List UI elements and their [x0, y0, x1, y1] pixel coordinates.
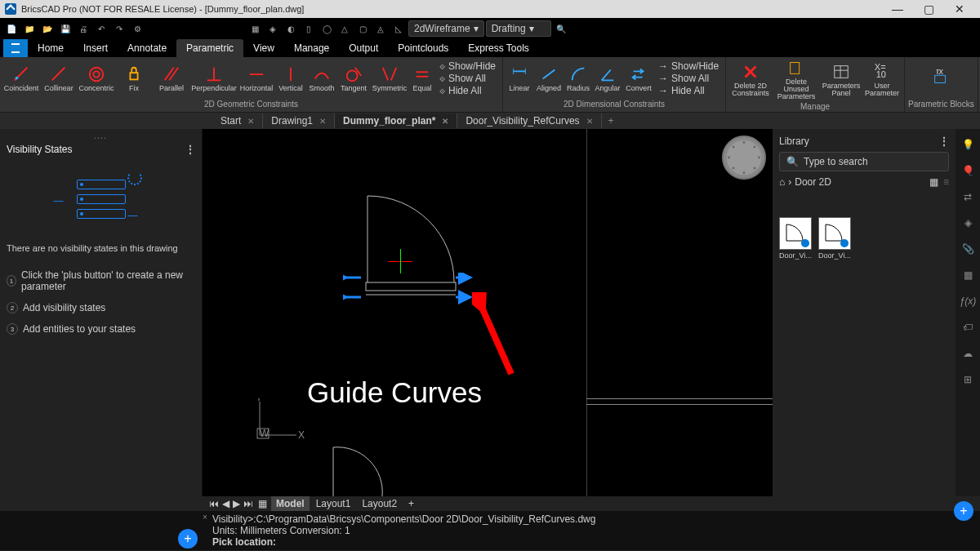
file-tab-drawing1[interactable]: Drawing1✕ [263, 113, 335, 128]
tab-annotate[interactable]: Annotate [118, 39, 176, 57]
minimize-button[interactable]: — [882, 0, 913, 18]
layout-tab-2[interactable]: Layout2 [357, 496, 402, 511]
clip-icon[interactable]: 📎 [960, 242, 975, 256]
file-tab-start[interactable]: Start✕ [212, 113, 263, 128]
panel-menu-icon[interactable]: ⋮ [185, 144, 195, 155]
library-search-input[interactable]: 🔍 Type to search [779, 152, 949, 171]
balloon-icon[interactable]: 🎈 [960, 163, 975, 178]
redo-icon[interactable]: ↷ [111, 20, 127, 37]
add-tab-button[interactable]: + [602, 115, 621, 127]
close-icon[interactable]: ✕ [319, 117, 326, 126]
ribbon-tabs: Home Insert Annotate Parametric View Man… [0, 39, 980, 57]
fx-icon[interactable]: ƒ(x) [960, 294, 975, 309]
close-icon[interactable]: × [203, 513, 207, 522]
tool-user-param[interactable]: X=10User Parameter [863, 63, 901, 97]
new-icon[interactable]: 📄 [3, 20, 20, 37]
file-tab-dummy[interactable]: Dummy_floor_plan*✕ [335, 113, 457, 128]
tool-smooth[interactable]: Smooth [307, 65, 336, 92]
add-fab-button[interactable]: + [178, 529, 198, 549]
folder-icon[interactable]: 📁 [21, 20, 38, 37]
dim-show-hide-options[interactable]: → Show/Hide → Show All → Hide All [655, 60, 722, 96]
tool-radius[interactable]: Radius [565, 65, 591, 92]
svg-line-17 [543, 69, 555, 78]
panel-menu-icon[interactable]: ⋮ [939, 136, 949, 147]
tab-insert[interactable]: Insert [74, 39, 118, 57]
tool-angular[interactable]: Angular [593, 65, 622, 92]
workspace-dropdown[interactable]: Drafting▾ [486, 20, 551, 37]
close-icon[interactable]: ✕ [442, 117, 448, 126]
close-button[interactable]: ✕ [944, 0, 975, 18]
close-icon[interactable]: ✕ [586, 117, 593, 126]
wedge-icon[interactable]: ◺ [390, 20, 407, 37]
tab-view[interactable]: View [243, 39, 284, 57]
tab-output[interactable]: Output [339, 39, 388, 57]
tab-manage[interactable]: Manage [284, 39, 339, 57]
tool-tangent[interactable]: Tangent [338, 65, 369, 92]
library-item[interactable]: Door_Vi... [818, 217, 851, 260]
tool-fix[interactable]: Fix [116, 65, 152, 92]
grid-view-icon[interactable]: ▦ [929, 176, 938, 188]
tool-convert[interactable]: Convert [624, 65, 653, 92]
layout-nav[interactable]: ⏮◀▶⏭▦ [208, 498, 270, 509]
undo-icon[interactable]: ↶ [93, 20, 109, 37]
tool-symmetric[interactable]: Symmetric [371, 65, 408, 92]
cone-icon[interactable]: △ [336, 20, 353, 37]
app-menu-button[interactable] [3, 39, 28, 57]
layout-tab-model[interactable]: Model [271, 496, 310, 511]
cloud-icon[interactable]: ☁ [960, 346, 975, 361]
door-symbol-2 [317, 439, 399, 496]
cylinder-icon[interactable]: ▯ [301, 20, 317, 37]
save-icon[interactable]: 💾 [57, 20, 74, 37]
tool-concentric[interactable]: Concentric [78, 65, 114, 92]
apps-icon[interactable]: ⊞ [960, 372, 975, 387]
tab-home[interactable]: Home [28, 39, 74, 57]
search-icon[interactable]: 🔍 [553, 20, 569, 37]
tool-horizontal[interactable]: Horizontal [238, 65, 274, 92]
tag-icon[interactable]: 🏷 [960, 320, 975, 335]
view-top-icon[interactable]: ▦ [247, 20, 263, 37]
settings-icon[interactable]: ⚙ [129, 20, 145, 37]
layers-icon[interactable]: ◈ [960, 216, 975, 230]
tab-parametric[interactable]: Parametric [176, 39, 243, 57]
tool-aligned[interactable]: Aligned [534, 65, 564, 92]
tab-expresstools[interactable]: Express Tools [458, 39, 538, 57]
maximize-button[interactable]: ▢ [913, 0, 944, 18]
list-view-icon[interactable]: ≡ [943, 176, 949, 188]
grid-icon[interactable]: ▦ [960, 268, 975, 282]
tool-vertical[interactable]: Vertical [276, 65, 305, 92]
library-fab-button[interactable]: + [954, 501, 973, 521]
torus-icon[interactable]: ◯ [318, 20, 335, 37]
visual-style-dropdown[interactable]: 2dWireframe▾ [408, 20, 484, 37]
box-icon[interactable]: ▢ [354, 20, 371, 37]
add-layout-button[interactable]: + [403, 496, 419, 511]
geom-show-hide-options[interactable]: ⟐ Show/Hide ⟐ Show All ⟐ Hide All [436, 60, 499, 96]
tool-delete-unused[interactable]: Delete Unused Parameters [773, 59, 819, 100]
breadcrumb-item[interactable]: Door 2D [795, 176, 831, 188]
home-icon[interactable]: ⌂ [779, 176, 785, 188]
tool-equal[interactable]: Equal [410, 65, 434, 92]
tool-collinear[interactable]: Collinear [41, 65, 77, 92]
annotation-label: Guide Curves [307, 376, 482, 409]
view-cube-icon[interactable] [722, 136, 766, 180]
open-icon[interactable]: 📂 [39, 20, 56, 37]
tool-params-panel[interactable]: Parameters Panel [821, 63, 862, 97]
tool-parametric-blocks[interactable]: fx [916, 69, 965, 87]
print-icon[interactable]: 🖨 [75, 20, 91, 37]
library-item[interactable]: Door_Vi... [779, 217, 812, 260]
pyramid-icon[interactable]: ◬ [372, 20, 389, 37]
sphere-icon[interactable]: ◐ [283, 20, 299, 37]
bulb-icon[interactable]: 💡 [960, 137, 975, 152]
tool-parallel[interactable]: Parallel [154, 65, 189, 92]
command-line[interactable]: × Visibility>:C:\ProgramData\Bricsys\Com… [0, 511, 980, 550]
file-tab-door[interactable]: Door_Visibility_RefCurves✕ [457, 113, 601, 128]
view-axo-icon[interactable]: ◈ [265, 20, 281, 37]
sliders-icon[interactable]: ⇄ [960, 189, 975, 204]
tool-linear[interactable]: Linear [506, 65, 532, 92]
layout-tab-1[interactable]: Layout1 [311, 496, 356, 511]
drawing-canvas[interactable]: X Y W Guide Curves [203, 129, 773, 496]
tool-delete-2d[interactable]: Delete 2D Constraints [729, 63, 772, 97]
close-icon[interactable]: ✕ [247, 117, 254, 126]
tab-pointclouds[interactable]: Pointclouds [388, 39, 458, 57]
tool-perpendicular[interactable]: Perpendicular [191, 65, 237, 92]
tool-coincident[interactable]: Coincident [3, 65, 39, 92]
